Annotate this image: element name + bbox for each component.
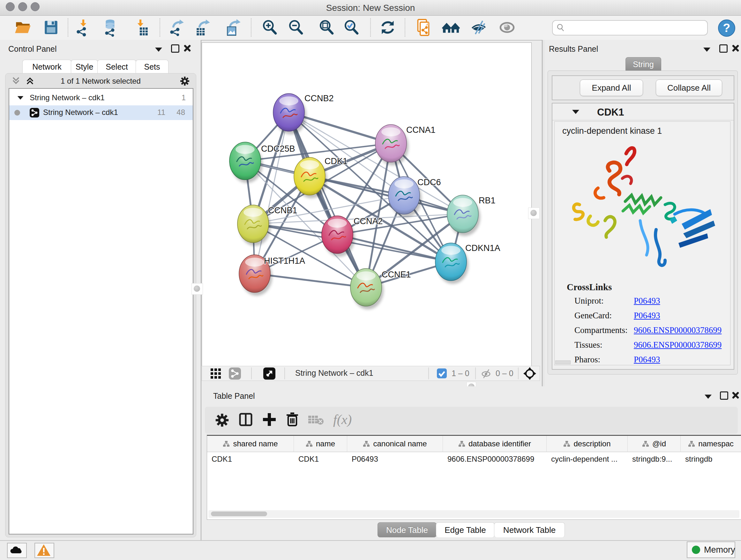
string-home-button[interactable] [442,18,460,37]
network-collection-row[interactable]: String Network – cdk1 1 [9,91,193,105]
warning-button[interactable] [35,543,54,558]
close-panel-icon[interactable] [731,44,739,52]
crosslink-value-link[interactable]: 9606.ENSP00000378699 [634,325,722,335]
open-external-icon[interactable] [263,368,275,381]
tab-style[interactable]: Style [71,60,98,73]
network-node-CCNA1[interactable] [375,125,408,165]
network-edge[interactable] [255,112,289,273]
panel-menu-icon[interactable] [703,48,711,52]
tab-select[interactable]: Select [97,60,136,73]
horizontal-scrollbar[interactable] [208,510,739,518]
add-icon[interactable] [261,411,278,429]
zoom-fit-button[interactable] [317,18,336,37]
network-node-CCNB1[interactable] [238,205,271,246]
splitter-grip[interactable] [528,207,540,219]
network-node-CDK1[interactable] [294,158,327,198]
trash-icon[interactable] [284,411,300,429]
save-session-button[interactable] [42,18,60,37]
refresh-button[interactable] [379,18,397,37]
table-cell[interactable]: CDK1 [207,452,294,466]
column-header-1[interactable]: shared name [207,436,294,452]
gear-icon[interactable] [214,412,230,430]
float-panel-icon[interactable] [719,44,728,53]
hide-unhide-button[interactable] [469,18,488,37]
table-cell[interactable]: P06493 [347,452,443,466]
table-cell[interactable]: cyclin-dependent ... [547,452,628,466]
network-node-count: 11 [157,108,165,117]
zoom-selected-button[interactable] [342,18,360,37]
panel-menu-icon[interactable] [704,395,712,399]
table-panel: Table Panel [202,386,741,540]
float-panel-icon[interactable] [171,44,179,53]
hidden-eye-icon[interactable] [480,368,492,381]
tab-edge-table[interactable]: Edge Table [436,522,495,537]
column-header-2[interactable]: name [294,436,347,452]
network-canvas[interactable]: CCNB2CCNA1CDC25BCDK1CDC6RB1CCNB1CCNA2CDK… [202,43,532,366]
columns-icon[interactable] [238,411,254,429]
network-options-gear-icon[interactable] [179,75,191,88]
open-session-button[interactable] [13,18,32,37]
network-node-CCNA2[interactable] [322,216,355,257]
help-button[interactable]: ? [718,19,736,37]
mini-scrollbar-thumb[interactable] [555,361,570,364]
grid-icon[interactable] [210,368,221,381]
table-cell[interactable]: stringdb:9... [628,452,681,466]
crosslink-value-link[interactable]: 9606.ENSP00000378699 [634,340,722,350]
network-node-CDKN1A[interactable] [435,243,468,284]
export-network-button[interactable] [168,18,186,37]
crosslinks-title: CrossLinks [567,282,612,293]
share-network-icon[interactable] [229,368,241,381]
crosslink-value-link[interactable]: P06493 [634,355,660,365]
import-table-file-button[interactable] [131,18,150,37]
zoom-out-button[interactable] [286,18,305,37]
export-image-button[interactable] [225,18,243,37]
scrollbar-thumb[interactable] [211,511,267,516]
export-table-button[interactable] [194,18,212,37]
gene-collapse-icon[interactable] [572,110,579,114]
tab-network-table[interactable]: Network Table [494,522,565,537]
network-node-RB1[interactable] [447,195,480,236]
import-network-file-button[interactable] [74,18,92,37]
column-header-5[interactable]: description [547,436,628,452]
column-header-7[interactable]: namespac [681,436,741,452]
table-cell[interactable]: stringdb [681,452,741,466]
memory-button[interactable]: Memory [687,542,735,558]
tab-network[interactable]: Network [22,60,71,73]
tab-sets[interactable]: Sets [136,60,169,73]
protein-structure-image[interactable] [560,140,726,277]
export-table-icon [194,18,212,37]
zoom-in-button[interactable] [260,18,279,37]
collection-expand-icon[interactable] [17,96,23,100]
delete-table-icon[interactable] [308,414,324,428]
close-panel-icon[interactable] [731,391,739,399]
selected-checkbox[interactable] [437,368,447,380]
tab-string[interactable]: String [625,57,661,71]
panel-menu-icon[interactable] [155,48,162,52]
close-panel-icon[interactable] [183,44,191,52]
network-node-CCNE1[interactable] [350,268,384,309]
column-header-3[interactable]: canonical name [347,436,443,452]
homes-icon [442,18,460,37]
tab-node-table[interactable]: Node Table [378,522,436,537]
search-input[interactable] [568,22,703,33]
crosshair-icon[interactable] [523,367,536,382]
show-graphics-details-button[interactable] [498,18,516,37]
table-cell[interactable]: 9606.ENSP00000378699 [443,452,547,466]
column-header-4[interactable]: database identifier [443,436,547,452]
crosslink-value-link[interactable]: P06493 [634,311,660,320]
collapse-all-button[interactable]: Collapse All [656,79,722,96]
network-node-CDC6[interactable] [388,177,421,217]
cloud-button[interactable] [7,543,27,558]
statusbar-separator [284,368,285,379]
import-network-database-button[interactable] [102,18,120,37]
splitter-grip[interactable] [192,283,203,295]
function-icon: f(x) [332,411,364,430]
network-node-CCNB2[interactable] [273,94,307,134]
crosslink-value-link[interactable]: P06493 [634,296,660,306]
table-cell[interactable]: CDK1 [294,452,347,466]
expand-all-button[interactable]: Expand All [580,79,643,96]
share-document-button[interactable] [414,18,432,37]
column-header-6[interactable]: @id [628,436,681,452]
network-row-selected[interactable]: String Network – cdk1 11 48 [9,105,193,120]
float-panel-icon[interactable] [720,391,728,400]
